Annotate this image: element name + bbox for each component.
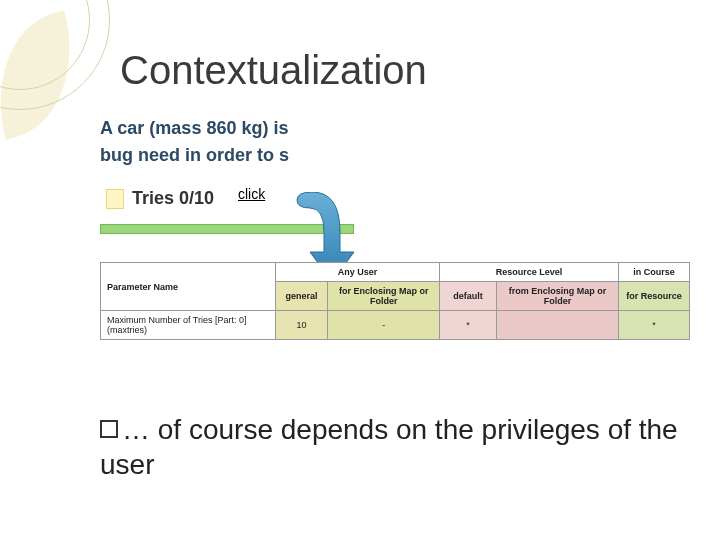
problem-line-1: A car (mass 860 kg) is <box>100 118 289 139</box>
bullet-square-icon <box>100 420 118 438</box>
default-header: default <box>440 282 497 311</box>
click-label: click <box>238 186 265 202</box>
problem-text: A car (mass 860 kg) is bug need in order… <box>100 118 289 166</box>
tries-label[interactable]: Tries 0/10 <box>132 188 214 209</box>
default-cell[interactable]: * <box>440 311 497 340</box>
slide: Contextualization A car (mass 860 kg) is… <box>0 0 720 540</box>
tries-row: Tries 0/10 <box>106 188 214 209</box>
general-header: general <box>275 282 328 311</box>
param-name-header: Parameter Name <box>101 263 276 311</box>
for-resource-header: for Resource <box>618 282 689 311</box>
in-course-header-2: in Course <box>618 263 689 282</box>
enclosing-header: for Enclosing Map or Folder <box>328 282 440 311</box>
table-row: Parameter Name Any User Resource Level i… <box>101 263 690 282</box>
from-enclosing-header: from Enclosing Map or Folder <box>497 282 619 311</box>
any-user-header: Any User <box>275 263 440 282</box>
frommap-cell[interactable] <box>497 311 619 340</box>
tries-box-icon <box>106 189 124 209</box>
param-name-cell: Maximum Number of Tries [Part: 0] (maxtr… <box>101 311 276 340</box>
parameter-table: Parameter Name Any User Resource Level i… <box>100 262 690 340</box>
bullet-content: … of course depends on the privileges of… <box>100 414 678 480</box>
map-cell[interactable]: - <box>328 311 440 340</box>
page-title: Contextualization <box>120 48 427 93</box>
general-cell[interactable]: 10 <box>275 311 328 340</box>
resource-level-header: Resource Level <box>440 263 619 282</box>
forres-cell[interactable]: * <box>618 311 689 340</box>
problem-line-2: bug need in order to s <box>100 145 289 166</box>
table-row: Maximum Number of Tries [Part: 0] (maxtr… <box>101 311 690 340</box>
bullet-text: … of course depends on the privileges of… <box>100 412 690 482</box>
